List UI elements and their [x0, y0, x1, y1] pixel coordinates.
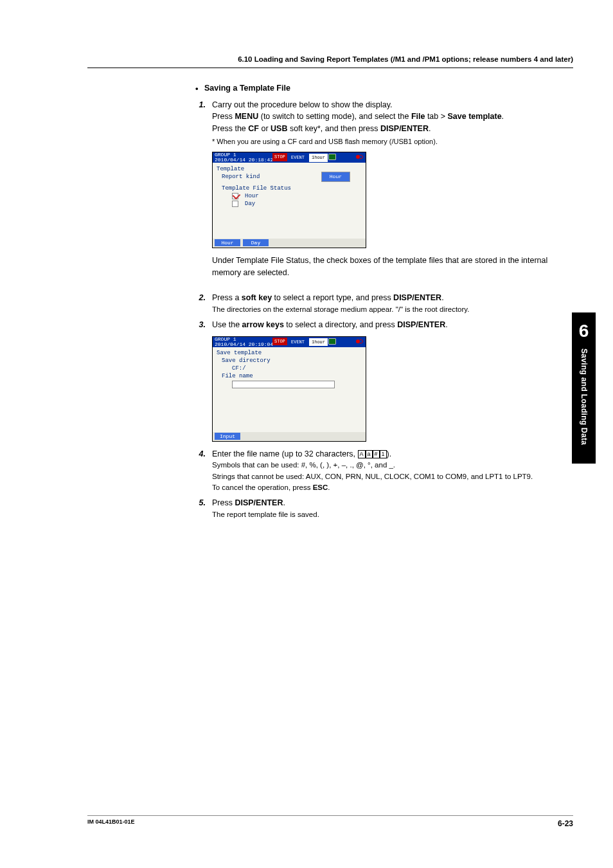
device-screenshot-1: GROUP 1 2010/04/14 20:18:42 STOP EVENT 1… — [212, 152, 555, 248]
step-body: Press a soft key to select a report type… — [212, 292, 555, 315]
header-rule — [87, 68, 573, 68]
footnote: * When you are using a CF card and USB f… — [212, 136, 555, 147]
header-title: 6.10 Loading and Saving Report Templates… — [87, 54, 573, 65]
page-header: 6.10 Loading and Saving Report Templates… — [87, 54, 573, 68]
step-3: 3. Use the arrow keys to select a direct… — [195, 319, 555, 331]
report-kind-label: Report kind — [222, 173, 260, 182]
text-line: Press DISP/ENTER. — [212, 497, 555, 509]
small-text: The report template file is saved. — [212, 509, 555, 520]
step-body: Use the arrow keys to select a directory… — [212, 319, 555, 331]
small-text: To cancel the operation, press ESC. — [212, 482, 555, 493]
text-line: Enter the file name (up to 32 characters… — [212, 448, 555, 460]
footer-left: IM 04L41B01-01E — [87, 818, 135, 826]
bullet: • — [195, 82, 204, 95]
event-label: EVENT — [291, 154, 305, 161]
page: 6.10 Loading and Saving Report Templates… — [87, 54, 573, 826]
step-body: Press DISP/ENTER. The report template fi… — [212, 497, 555, 520]
footer-right: 6-23 — [558, 818, 573, 826]
device-topbar: GROUP 1 2010/04/14 20:18:42 STOP EVENT 1… — [213, 152, 366, 163]
alarm-icon — [355, 153, 364, 161]
key-icon: # — [373, 450, 380, 458]
datetime: 2010/04/14 20:18:42 — [215, 158, 273, 163]
filename-input[interactable] — [232, 381, 335, 388]
datetime: 2010/04/14 20:19:04 — [215, 342, 273, 347]
hour-tag: 1hour — [309, 338, 328, 347]
text-line: Press the CF or USB soft key*, and then … — [212, 123, 555, 135]
step-number: 3. — [195, 319, 212, 331]
after-text: Under Template File Status, the check bo… — [212, 255, 555, 279]
key-icon: a — [366, 450, 373, 458]
side-tab: 6 Saving and Loading Data — [572, 312, 596, 464]
svg-point-1 — [356, 339, 360, 343]
content: • Saving a Template File 1. Carry out th… — [195, 82, 555, 520]
step-1: 1. Carry out the procedure below to show… — [195, 99, 555, 135]
text-line: Carry out the procedure below to show th… — [212, 99, 555, 111]
text-line: Press a soft key to select a report type… — [212, 292, 555, 304]
event-label: EVENT — [291, 339, 305, 346]
device-body: Save template Save directory CF:/ File n… — [213, 347, 366, 432]
stop-indicator: STOP — [272, 153, 287, 161]
device-topbar: GROUP 1 2010/04/14 20:19:04 STOP EVENT 1… — [213, 337, 366, 347]
small-text: The directories on the external storage … — [212, 304, 555, 315]
l4: File name — [222, 372, 253, 381]
device-softkeys: Input — [213, 432, 366, 441]
softkey-hour[interactable]: Hour — [215, 239, 240, 246]
step-number: 2. — [195, 292, 212, 315]
l2: Save directory — [222, 357, 271, 366]
media-icon — [328, 338, 336, 345]
device-softkeys: Hour Day — [213, 239, 366, 248]
page-footer: IM 04L41B01-01E 6-23 — [87, 815, 573, 826]
step-number: 5. — [195, 497, 212, 520]
checkbox-hour[interactable] — [232, 193, 238, 199]
softkey-day[interactable]: Day — [243, 239, 269, 246]
step-body: Enter the file name (up to 32 characters… — [212, 448, 555, 494]
heading-text: Saving a Template File — [204, 82, 290, 95]
step-4: 4. Enter the file name (up to 32 charact… — [195, 448, 555, 494]
media-icon — [328, 154, 336, 160]
chapter-label: Saving and Loading Data — [578, 346, 590, 458]
text-line: Press MENU (to switch to setting mode), … — [212, 111, 555, 123]
device-body: Template Report kind Hour Template File … — [213, 163, 366, 239]
step-body: Carry out the procedure below to show th… — [212, 99, 555, 135]
step-2: 2. Press a soft key to select a report t… — [195, 292, 555, 315]
section-heading: • Saving a Template File — [195, 82, 555, 95]
softkey-input[interactable]: Input — [215, 433, 240, 440]
cb-label: Day — [245, 200, 255, 209]
report-kind-value[interactable]: Hour — [321, 172, 350, 182]
step-number: 4. — [195, 448, 212, 494]
checkbox-day[interactable] — [232, 201, 238, 207]
alarm-icon — [355, 338, 364, 345]
step-number: 1. — [195, 99, 212, 135]
key-icon: 1 — [380, 450, 387, 458]
hour-tag: 1hour — [309, 154, 328, 162]
text-line: Use the arrow keys to select a directory… — [212, 319, 555, 331]
device-screenshot-2: GROUP 1 2010/04/14 20:19:04 STOP EVENT 1… — [212, 336, 555, 442]
svg-point-0 — [356, 155, 360, 159]
key-icon: A — [358, 450, 366, 458]
small-text: Symbols that can be used: #, %, (, ), +,… — [212, 460, 555, 471]
stop-indicator: STOP — [272, 338, 287, 346]
chapter-number: 6 — [572, 312, 596, 343]
small-text: Strings that cannot be used: AUX, CON, P… — [212, 471, 555, 482]
step-5: 5. Press DISP/ENTER. The report template… — [195, 497, 555, 520]
